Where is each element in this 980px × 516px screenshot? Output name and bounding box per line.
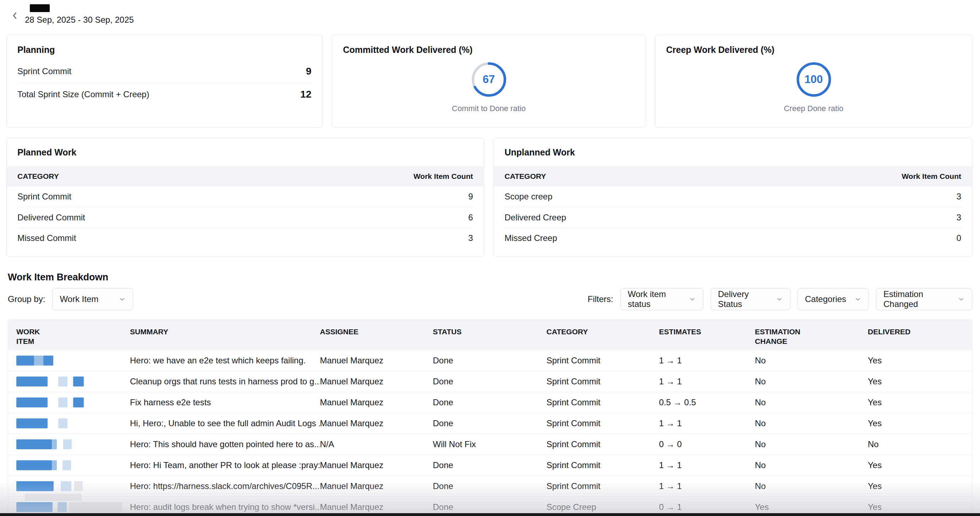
category-cell: Sprint Commit xyxy=(546,439,659,449)
estimation-change-cell: No xyxy=(755,460,868,470)
estimation-change-cell: No xyxy=(755,481,868,491)
delivered-cell: Yes xyxy=(868,460,964,470)
estimation-change-cell: No xyxy=(755,418,868,428)
table-row: Cleanup orgs that runs tests in harness … xyxy=(8,371,972,392)
stat-row-sprint-commit: Sprint Commit 9 xyxy=(18,60,312,83)
stat-value: 12 xyxy=(301,89,312,100)
redaction-block xyxy=(73,397,84,407)
planned-work-table-header: CATEGORY Work Item Count xyxy=(7,166,484,186)
redaction-block xyxy=(16,460,52,470)
work-item-link-redacted[interactable] xyxy=(16,481,130,491)
group-by-control: Group by: Work Item xyxy=(8,288,133,310)
column-header-work-item: WORK ITEM xyxy=(16,327,130,346)
summary-cell: Fix harness e2e tests xyxy=(130,397,320,407)
table-row: Sprint Commit9 xyxy=(18,186,473,207)
category-cell: Sprint Commit xyxy=(546,397,659,407)
work-item-breakdown-title: Work Item Breakdown xyxy=(8,272,108,283)
work-item-link-redacted[interactable] xyxy=(16,397,130,407)
redaction-block xyxy=(57,502,67,512)
status-cell: Done xyxy=(433,356,546,365)
group-by-select[interactable]: Work Item xyxy=(52,288,133,310)
filter-select-categories[interactable]: Categories xyxy=(797,288,869,310)
summary-cards-row: Planning Sprint Commit 9 Total Sprint Si… xyxy=(6,35,972,128)
delivered-cell: Yes xyxy=(868,418,964,428)
count-cell: 0 xyxy=(956,233,961,243)
estimates-cell: 0 → 0 xyxy=(659,439,755,449)
creep-card-title: Creep Work Delivered (%) xyxy=(666,45,775,55)
group-by-selected-value: Work Item xyxy=(60,294,99,304)
bottom-edge-bar xyxy=(0,513,980,516)
column-header-label: SUMMARY xyxy=(130,327,168,336)
breakdown-table-header: WORK ITEMSUMMARYASSIGNEESTATUSCATEGORYES… xyxy=(8,320,972,350)
estimates-cell: 1 → 1 xyxy=(659,481,755,491)
redaction-block xyxy=(16,439,52,449)
column-header-estimation-change: ESTIMATION CHANGE xyxy=(755,327,868,346)
chevron-down-icon xyxy=(958,295,965,303)
work-item-link-redacted[interactable] xyxy=(16,502,130,512)
count-column-header: Work Item Count xyxy=(413,172,473,181)
chevron-left-icon xyxy=(10,11,19,20)
category-cell: Scope creep xyxy=(504,192,552,202)
planning-card-title: Planning xyxy=(18,45,312,55)
work-item-link-redacted[interactable] xyxy=(16,460,130,470)
table-row: Hero: This should have gotten pointed he… xyxy=(8,433,972,455)
unplanned-work-table-header: CATEGORY Work Item Count xyxy=(494,166,972,186)
creep-caption: Creep Done ratio xyxy=(784,104,844,113)
category-cell: Sprint Commit xyxy=(546,356,659,365)
column-header-category: CATEGORY xyxy=(546,327,659,337)
estimates-cell: 1 → 1 xyxy=(659,418,755,428)
work-item-link-redacted[interactable] xyxy=(16,376,130,386)
assignee-cell: Manuel Marquez xyxy=(320,481,433,491)
assignee-cell: Manuel Marquez xyxy=(320,397,433,407)
stat-label: Total Sprint Size (Commit + Creep) xyxy=(18,89,149,99)
group-by-label: Group by: xyxy=(8,294,45,304)
assignee-cell: N/A xyxy=(320,439,433,449)
filter-select-delivery-status[interactable]: Delivery Status xyxy=(711,288,791,310)
delivered-cell: Yes xyxy=(868,397,964,407)
committed-donut-chart: 67 xyxy=(469,60,509,99)
table-row: Hero: Hi Team, another PR to look at ple… xyxy=(8,455,972,476)
redacted-subtext-block xyxy=(25,494,82,501)
redaction-block xyxy=(62,460,71,470)
work-item-link-redacted[interactable] xyxy=(16,439,130,449)
table-row: Missed Commit3 xyxy=(18,227,473,248)
column-header-delivered: DELIVERED xyxy=(868,327,964,337)
committed-card-title: Committed Work Delivered (%) xyxy=(343,45,473,55)
committed-caption: Commit to Done ratio xyxy=(452,104,526,113)
work-item-link-redacted[interactable] xyxy=(16,356,130,365)
column-header-status: STATUS xyxy=(433,327,546,337)
redaction-block xyxy=(43,356,53,365)
column-header-label: CATEGORY xyxy=(546,327,588,336)
work-item-link-redacted[interactable] xyxy=(16,418,130,428)
chevron-down-icon xyxy=(119,295,126,303)
filter-select-estimation-changed[interactable]: Estimation Changed xyxy=(876,288,972,310)
count-cell: 3 xyxy=(956,213,961,222)
table-row: Scope creep3 xyxy=(504,186,961,207)
summary-cell: Cleanup orgs that runs tests in harness … xyxy=(130,376,320,386)
planned-work-rows: Sprint Commit9Delivered Commit6Missed Co… xyxy=(18,186,473,248)
back-button[interactable] xyxy=(8,9,21,22)
estimates-cell: 1 → 1 xyxy=(659,356,755,365)
summary-cell: Hero: This should have gotten pointed he… xyxy=(130,439,320,449)
delivered-cell: Yes xyxy=(868,481,964,491)
category-cell: Scope Creep xyxy=(546,502,659,512)
column-header-label: ESTIMATION CHANGE xyxy=(755,327,812,346)
stat-value: 9 xyxy=(306,66,312,77)
delivered-cell: Yes xyxy=(868,376,964,386)
category-cell: Delivered Creep xyxy=(504,213,566,222)
filter-select-work-item-status[interactable]: Work item status xyxy=(620,288,703,310)
report-title-redacted xyxy=(30,4,50,12)
estimates-cell: 1 → 1 xyxy=(659,376,755,386)
redaction-block xyxy=(52,460,57,470)
committed-work-delivered-card: Committed Work Delivered (%) 67 Commit t… xyxy=(332,35,646,128)
category-column-header: CATEGORY xyxy=(504,172,546,181)
breakdown-table-body: Hero: we have an e2e test which keeps fa… xyxy=(8,350,972,516)
estimation-change-cell: No xyxy=(755,356,868,365)
column-header-label: ASSIGNEE xyxy=(320,327,359,336)
committed-percentage-value: 67 xyxy=(469,60,509,99)
redaction-block xyxy=(69,502,122,512)
chevron-down-icon xyxy=(776,295,783,303)
redaction-block xyxy=(16,418,48,428)
redaction-block xyxy=(58,418,67,428)
status-cell: Done xyxy=(433,460,546,470)
